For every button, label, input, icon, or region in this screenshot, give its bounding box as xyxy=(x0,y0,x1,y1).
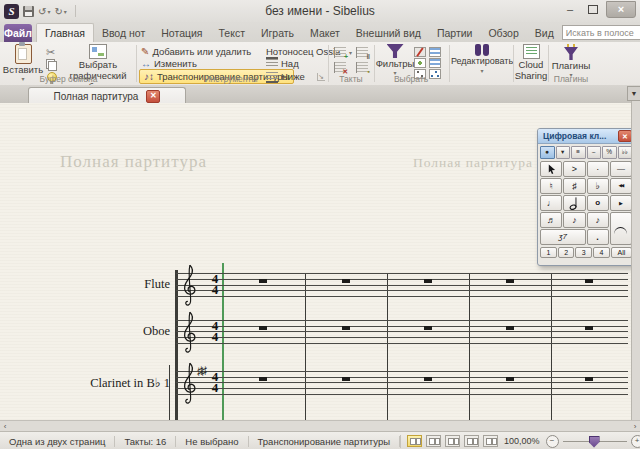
cloud-sharing-button[interactable]: Cloud Sharing xyxy=(515,44,547,82)
filters-button[interactable]: Фильтры▾ xyxy=(378,44,412,76)
half-note-key[interactable] xyxy=(563,195,585,211)
tie-key[interactable] xyxy=(610,212,632,245)
time-signature-bottom[interactable]: 4 xyxy=(209,330,221,343)
keypad-tab-accidentals[interactable]: ♭♭ xyxy=(618,146,633,159)
keypad-tab-more-notes[interactable]: ▾ xyxy=(556,146,571,159)
instrument-label[interactable]: Flute xyxy=(20,277,170,292)
sharp-key[interactable]: ♯ xyxy=(563,178,585,194)
whole-bar-rest[interactable] xyxy=(342,326,350,330)
document-tab-full-score[interactable]: Полная партитура ✕ xyxy=(28,87,186,104)
voice-all-button[interactable]: All xyxy=(611,247,632,258)
rest-key[interactable]: ʒ7 xyxy=(540,229,586,245)
whole-bar-rest[interactable] xyxy=(424,377,432,381)
back-key[interactable]: ◀◀ xyxy=(610,178,632,194)
eighth-note-key[interactable]: ♪ xyxy=(587,212,609,228)
minimize-button[interactable]: – xyxy=(560,3,580,16)
filter-off-button[interactable] xyxy=(414,47,426,57)
whole-bar-rest[interactable] xyxy=(259,326,267,330)
tab-home[interactable]: Главная xyxy=(36,23,94,42)
select-all-button[interactable] xyxy=(414,58,426,68)
keypad-panel[interactable]: Цифровая кл... ✕ ● ▾ ≡ ⌢ % ♭♭ > · — ♮ ♯ … xyxy=(537,128,635,266)
staff-oboe[interactable]: Oboe 4 4 xyxy=(0,320,632,344)
tab-note-input[interactable]: Ввод нот xyxy=(94,24,153,42)
save-icon[interactable] xyxy=(23,6,34,17)
whole-bar-rest[interactable] xyxy=(585,279,593,283)
accent-key[interactable]: > xyxy=(563,161,585,177)
instrument-label[interactable]: Clarinet in B♭ 1 xyxy=(20,375,170,391)
whole-bar-rest[interactable] xyxy=(506,279,514,283)
forward-key[interactable]: ▶ xyxy=(610,195,632,211)
zoom-slider-thumb[interactable] xyxy=(589,436,600,448)
tab-layout[interactable]: Макет xyxy=(302,24,348,42)
keypad-close-icon[interactable]: ✕ xyxy=(618,130,632,142)
maximize-button[interactable] xyxy=(583,3,603,16)
staff-clarinet-1[interactable]: Clarinet in B♭ 1 ♯♯ 4 4 xyxy=(0,371,632,395)
zoom-in-button[interactable]: + xyxy=(631,435,640,448)
whole-bar-rest[interactable] xyxy=(259,279,267,283)
voice-4-button[interactable]: 4 xyxy=(593,247,610,258)
whole-bar-rest[interactable] xyxy=(424,326,432,330)
cut-button[interactable]: ✂ xyxy=(46,47,55,58)
view-pages-vertical-button[interactable] xyxy=(464,435,479,447)
whole-bar-rest[interactable] xyxy=(585,377,593,381)
tab-review[interactable]: Обзор xyxy=(480,24,526,42)
sixteenth-note-key[interactable]: ♪ xyxy=(563,212,585,228)
tab-play[interactable]: Играть xyxy=(253,24,302,42)
whole-bar-rest[interactable] xyxy=(506,326,514,330)
whole-bar-rest[interactable] xyxy=(259,377,267,381)
tenuto-key[interactable]: — xyxy=(610,161,632,177)
view-panorama-button[interactable] xyxy=(483,435,498,447)
zoom-out-button[interactable]: − xyxy=(546,435,559,448)
redo-button[interactable]: ↻▾ xyxy=(54,6,66,17)
scroll-right-icon[interactable]: › xyxy=(630,422,640,431)
ossia-above-button[interactable]: Над xyxy=(266,58,299,69)
whole-bar-rest[interactable] xyxy=(424,279,432,283)
tab-text[interactable]: Текст xyxy=(211,24,253,42)
pointer-key[interactable] xyxy=(540,161,562,177)
add-remove-instruments-button[interactable]: ✎Добавить или удалить xyxy=(141,46,251,57)
time-signature-bottom[interactable]: 4 xyxy=(209,283,221,296)
zoom-slider[interactable] xyxy=(563,441,627,442)
copy-button[interactable] xyxy=(46,59,56,70)
voice-2-button[interactable]: 2 xyxy=(558,247,575,258)
time-signature-bottom[interactable]: 4 xyxy=(209,381,221,394)
quarter-note-key[interactable]: ♩ xyxy=(540,195,562,211)
keypad-tab-jazz[interactable]: % xyxy=(602,146,617,159)
select-system-button[interactable] xyxy=(429,58,441,68)
score-canvas[interactable]: Полная партитура Полная партитура Flute … xyxy=(0,103,640,420)
keypad-tab-articulations[interactable]: ⌢ xyxy=(587,146,602,159)
view-pages-horizontal-button[interactable] xyxy=(407,435,422,447)
change-instrument-button[interactable]: ↔Изменить xyxy=(141,58,197,69)
flat-key[interactable]: ♭ xyxy=(587,178,609,194)
whole-note-key[interactable]: o xyxy=(587,195,609,211)
keypad-tab-common-notes[interactable]: ● xyxy=(540,146,555,159)
join-bar-button[interactable]: ▪ xyxy=(356,62,368,73)
whole-bar-rest[interactable] xyxy=(506,377,514,381)
instrument-label[interactable]: Oboe xyxy=(20,324,170,339)
delete-bar-button[interactable]: ✕ xyxy=(334,62,346,73)
add-bar-button[interactable]: +▾ xyxy=(334,47,352,58)
keypad-title-bar[interactable]: Цифровая кл... ✕ xyxy=(538,129,634,144)
view-single-pages-button[interactable] xyxy=(445,435,460,447)
tab-appearance[interactable]: Внешний вид xyxy=(348,24,429,42)
tab-view[interactable]: Вид xyxy=(527,24,562,42)
sibelius-logo-icon[interactable]: S xyxy=(4,4,19,19)
whole-bar-rest[interactable] xyxy=(342,279,350,283)
natural-key[interactable]: ♮ xyxy=(540,178,562,194)
dialog-launcher-icon[interactable]: ↘ xyxy=(317,73,325,81)
tab-close-icon[interactable]: ✕ xyxy=(146,90,160,103)
voice-3-button[interactable]: 3 xyxy=(575,247,592,258)
ossia-staff-button[interactable]: Нотоносец Ossia xyxy=(266,46,340,57)
ribbon-search-input[interactable]: Искать в полосе xyxy=(562,25,640,40)
undo-button[interactable]: ↺▾ xyxy=(38,6,50,17)
tab-notations[interactable]: Нотация xyxy=(153,24,210,42)
staccato-key[interactable]: · xyxy=(587,161,609,177)
scroll-left-icon[interactable]: ‹ xyxy=(0,422,10,431)
keypad-tab-beams[interactable]: ≡ xyxy=(571,146,586,159)
staff-flute[interactable]: Flute 4 4 xyxy=(0,273,632,297)
select-bars-button[interactable] xyxy=(429,47,441,57)
vertical-scrollbar[interactable]: ▼ xyxy=(631,86,640,420)
tab-parts[interactable]: Партии xyxy=(429,24,481,42)
insert-bar-button[interactable]: ‖ xyxy=(356,47,368,58)
tab-file[interactable]: Файл xyxy=(4,24,32,42)
